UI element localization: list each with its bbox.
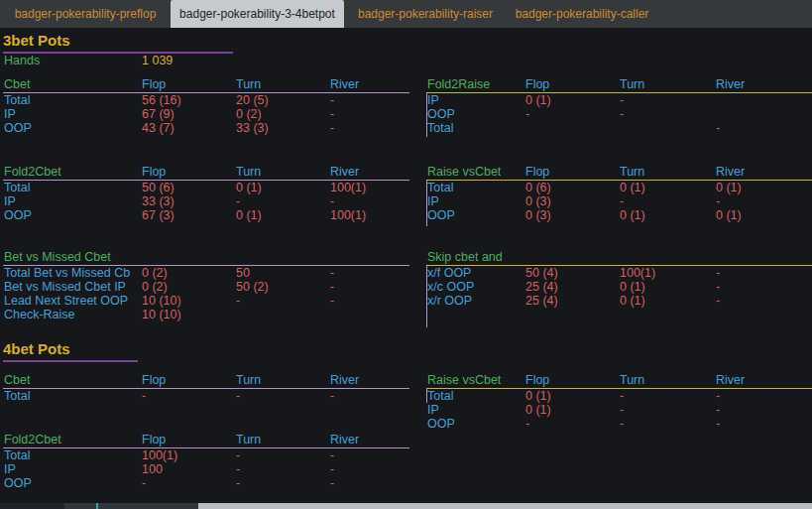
stat-value: - [330,462,334,476]
stat-value: - [142,476,146,490]
stat-value: 0 (1) [620,280,645,294]
stat-value: 67 (3) [142,208,174,222]
tab-badger-pokerability-caller[interactable]: badger-pokerability-caller [507,0,657,28]
column-header: River [716,373,745,387]
table-row: Total--- [3,389,409,403]
table-row: OOP67 (3)0 (1)100(1) [3,208,409,222]
table-row: x/f OOP50 (4)100(1)- [426,266,812,280]
row-label: Lead Next Street OOP [4,294,128,308]
stat-value: - [716,121,720,135]
row-label: OOP [427,417,455,431]
tab-badger-pokerability-3-4betpot[interactable]: badger-pokerability-3-4betpot [171,0,344,28]
row-label: Total [4,181,30,194]
column-header: Turn [236,165,261,179]
tab-badger-pokerability-preflop[interactable]: badger-pokerability-preflop [0,0,171,28]
stat-value: 10 (10) [142,308,181,321]
stat-value: - [330,194,334,208]
column-header: Flop [142,373,166,387]
table-header-row: Fold2RaiseFlopTurnRiver [426,77,812,93]
tab-badger-pokerability-raiser[interactable]: badger-pokerability-raiser [344,0,507,28]
stat-value: 0 (1) [716,181,742,194]
stat-value: - [236,194,240,208]
stat-value: - [330,294,334,308]
stat-value: 33 (3) [142,194,174,208]
stat-value: 0 (1) [236,181,262,194]
stat-value: 10 (10) [142,294,181,308]
row-label: Total [427,181,453,194]
stat-value: - [330,93,334,107]
table-raise-vscbet-4bet: Raise vsCbetFlopTurnRiverTotal0 (1)--IP0… [426,373,812,431]
table-header-row: Skip cbet and [426,250,812,266]
column-header: Turn [620,77,644,91]
stat-value: 0 (1) [525,403,551,417]
table-header-row: Fold2CbetFlopTurnRiver [3,165,409,181]
scrollbar-track [64,503,198,509]
stat-value: 0 (1) [620,294,645,308]
column-header: Turn [236,433,261,446]
table-skip-cbet-and: Skip cbet andx/f OOP50 (4)100(1)-x/c OOP… [426,250,812,308]
column-header: Flop [142,433,166,446]
table-cbet-3bet: CbetFlopTurnRiverTotal56 (16)20 (5)-IP67… [3,77,409,135]
table-left-border [426,181,427,226]
stat-value: - [716,417,720,431]
tab-bar: badger-pokerability-preflop badger-poker… [0,0,812,28]
row-label: OOP [4,476,32,490]
stat-value: - [716,403,720,417]
stat-value: - [716,294,720,308]
row-label: x/r OOP [427,294,472,308]
row-label: Check-Raise [4,308,75,321]
stat-value: - [236,462,240,476]
column-header: Flop [525,77,549,91]
stat-value: 25 (4) [525,294,558,308]
table-row: OOP0 (3)0 (1)0 (1) [426,208,812,222]
stat-value: 0 (1) [525,389,551,403]
stat-value: - [236,294,240,308]
stat-value: 0 (2) [142,280,168,294]
stat-value: 50 [236,266,250,280]
stat-value: 50 (4) [525,266,558,280]
row-label: IP [427,93,439,107]
stat-value: 0 (2) [142,266,168,280]
table-row: Bet vs Missed Cbet IP0 (2)50 (2)- [3,280,409,294]
stat-value: 0 (1) [525,93,551,107]
stat-value: - [236,476,240,490]
table-row: Total- [426,121,812,135]
column-header: River [330,433,359,446]
column-header: River [330,165,359,179]
stat-value: 0 (1) [620,181,645,194]
stat-value: - [236,389,240,403]
column-header: Turn [620,373,644,387]
hands-label: Hands [4,54,40,67]
stat-value: 0 (2) [236,107,262,121]
table-row: Total Bet vs Missed Cb0 (2)50- [3,266,409,280]
table-row: Total100(1)-- [3,448,409,462]
table-title: Skip cbet and [427,250,503,264]
stat-value: - [330,476,334,490]
table-left-border [426,93,427,137]
stat-value: 0 (1) [620,208,645,222]
stat-value: - [330,389,334,403]
scrollbar-thumb[interactable] [198,503,812,509]
stat-value: - [716,280,720,294]
table-header-row: Raise vsCbetFlopTurnRiver [426,165,812,181]
column-header: Flop [142,77,166,91]
stat-value: 100 [142,462,163,476]
stat-value: - [620,194,624,208]
stat-value: - [330,266,334,280]
stat-value: - [142,389,146,403]
stat-value: 0 (3) [525,194,551,208]
row-label: OOP [427,208,455,222]
stat-value: 0 (1) [716,208,742,222]
scrollbar-tick [96,503,98,509]
table-row: OOP--- [3,476,409,490]
row-label: IP [4,194,16,208]
row-label: IP [427,194,439,208]
table-header-row: CbetFlopTurnRiver [3,373,409,389]
column-header: Turn [236,77,261,91]
table-raise-vscbet-3bet: Raise vsCbetFlopTurnRiverTotal0 (6)0 (1)… [426,165,812,222]
table-title: Cbet [4,77,30,91]
column-header: Turn [236,373,261,387]
column-header: River [330,77,359,91]
table-row: x/r OOP25 (4)0 (1)- [426,294,812,308]
table-bet-vs-missed-cbet: Bet vs Missed CbetTotal Bet vs Missed Cb… [3,250,409,321]
